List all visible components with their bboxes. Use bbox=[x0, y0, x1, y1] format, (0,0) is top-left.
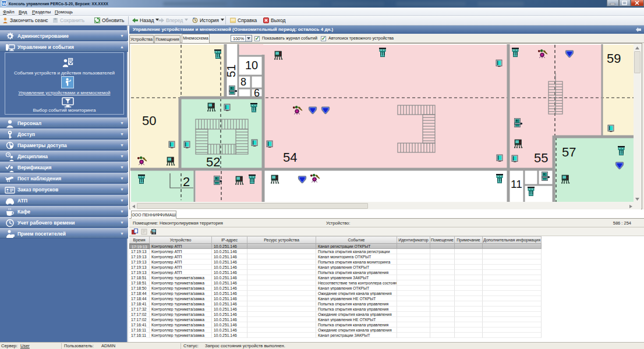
svg-text:52: 52 bbox=[206, 155, 220, 169]
svg-text:50: 50 bbox=[142, 113, 156, 128]
svg-text:2: 2 bbox=[183, 174, 190, 189]
svg-text:59: 59 bbox=[607, 51, 621, 66]
svg-text:11: 11 bbox=[511, 178, 522, 190]
svg-text:55: 55 bbox=[534, 151, 548, 165]
svg-text:8: 8 bbox=[240, 76, 246, 88]
svg-text:10: 10 bbox=[245, 59, 258, 72]
svg-text:51: 51 bbox=[225, 65, 238, 77]
svg-text:54: 54 bbox=[283, 150, 297, 165]
svg-text:6: 6 bbox=[254, 87, 260, 99]
svg-text:57: 57 bbox=[562, 145, 576, 159]
